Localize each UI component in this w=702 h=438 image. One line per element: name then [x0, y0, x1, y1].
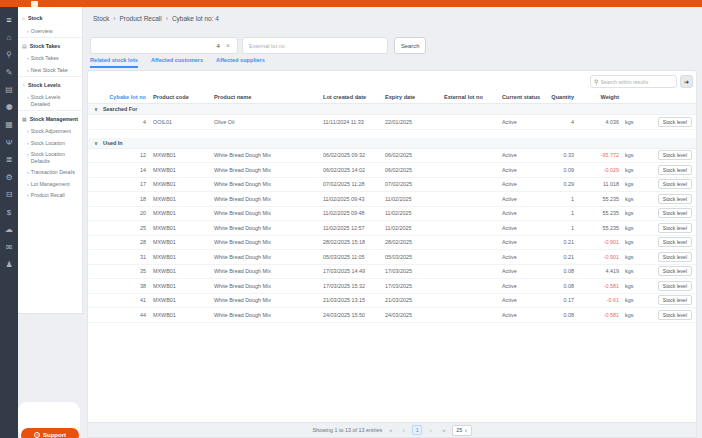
breadcrumb-item-stock[interactable]: Stock — [93, 15, 109, 22]
sidebar-section-stock-levels[interactable]: ◔Stock Levels — [18, 76, 82, 92]
cell-qty: 0.08 — [543, 268, 574, 274]
sidebar-item-stock-location-defaults[interactable]: ›Stock Location Defaults — [18, 149, 82, 167]
table-row: 28MXWB01White Bread Dough Mix28/02/2025 … — [88, 236, 696, 251]
sidebar-item-stock-takes[interactable]: ›Stock Takes — [18, 53, 82, 65]
chevron-down-icon[interactable]: ∨ — [88, 106, 98, 112]
sidebar-item-product-recall[interactable]: ›Product Recall — [18, 190, 82, 202]
last-page-button[interactable]: » — [439, 426, 448, 435]
cell-unit: kgs — [619, 210, 644, 216]
clear-icon[interactable]: × — [226, 42, 230, 49]
stock-level-button[interactable]: Stock level — [658, 252, 692, 262]
first-page-button[interactable]: « — [386, 426, 395, 435]
cell-lot: 12 — [88, 152, 149, 158]
sidebar-item-label: Stock Location Defaults — [31, 151, 80, 164]
cell-qty: 0.09 — [543, 167, 574, 173]
lot-number-input[interactable]: 4 × — [90, 37, 238, 54]
search-icon[interactable]: ⚲ — [0, 46, 18, 64]
sidebar-section-stock-takes[interactable]: ▤Stock Takes — [18, 37, 82, 53]
printer-icon[interactable]: ⊟ — [0, 186, 18, 204]
stock-level-button[interactable]: Stock level — [658, 165, 692, 175]
cell-lot: 28 — [88, 239, 149, 245]
chevron-down-icon[interactable]: ∨ — [88, 140, 98, 146]
cell-code: MXWB01 — [149, 210, 214, 216]
production-icon[interactable]: ▦ — [0, 116, 18, 134]
prev-page-button[interactable]: ‹ — [399, 426, 408, 435]
cell-code: MXWB01 — [149, 312, 214, 318]
search-button[interactable]: Search — [394, 37, 426, 54]
cell-unit: kgs — [619, 297, 644, 303]
help-icon: ? — [34, 432, 40, 438]
cell-weight: 55.235 — [574, 210, 619, 216]
settings-icon[interactable]: ⚙ — [0, 169, 18, 187]
column-header-cybake-lot-no[interactable]: Cybake lot no — [88, 94, 149, 100]
chevron-right-icon: › — [27, 28, 29, 35]
cell-unit: kgs — [619, 225, 644, 231]
tab-related-stock-lots[interactable]: Related stock lots — [90, 57, 138, 68]
menu-icon[interactable]: ≡ — [0, 11, 18, 29]
orders-icon[interactable]: ▤ — [0, 81, 18, 99]
breadcrumb-item-cybake-lot-no-4[interactable]: Cybake lot no: 4 — [172, 15, 219, 22]
breadcrumb-item-product-recall[interactable]: Product Recall — [119, 15, 161, 22]
cell-actions: Stock level — [644, 179, 696, 189]
cell-weight: 4.419 — [574, 268, 619, 274]
stock-level-button[interactable]: Stock level — [658, 208, 692, 218]
stock-level-button[interactable]: Stock level — [658, 150, 692, 160]
mail-icon[interactable]: ✉ — [0, 239, 18, 257]
sidebar-item-lot-management[interactable]: ›Lot Management — [18, 178, 82, 190]
cell-code: MXWB01 — [149, 181, 214, 187]
sidebar-section-label: Stock Management — [30, 116, 78, 122]
pagination-bar: Showing 1 to 13 of 13 entries « ‹ 1 › » … — [88, 422, 696, 437]
sidebar-section-stock-management[interactable]: ▦Stock Management — [18, 110, 82, 126]
sidebar-item-transaction-details[interactable]: ›Transaction Details — [18, 167, 82, 179]
account-icon[interactable]: ♟ — [0, 256, 18, 274]
pagination-summary: Showing 1 to 13 of 13 entries — [312, 427, 382, 433]
search-within-input[interactable] — [600, 79, 670, 85]
export-button[interactable]: ➜ — [680, 75, 693, 88]
page-size-select[interactable]: 25 ∨ — [452, 425, 471, 436]
cloud-icon[interactable]: ☁ — [0, 221, 18, 239]
support-button[interactable]: ? Support — [21, 428, 79, 438]
stock-level-button[interactable]: Stock level — [658, 310, 692, 320]
sidebar-section-stock[interactable]: ⌂Stock — [18, 10, 82, 25]
stock-level-button[interactable]: Stock level — [658, 295, 692, 305]
stock-level-button[interactable]: Stock level — [658, 266, 692, 276]
cell-created: 06/02/2025 14:02 — [323, 167, 385, 173]
sidebar-item-overview[interactable]: ›Overview — [18, 25, 82, 37]
page-1-button[interactable]: 1 — [412, 425, 422, 435]
tab-affected-suppliers[interactable]: Affected suppliers — [216, 57, 265, 68]
stock-level-button[interactable]: Stock level — [658, 223, 692, 233]
stock-level-button[interactable]: Stock level — [658, 117, 692, 127]
reports-icon[interactable]: ≣ — [0, 151, 18, 169]
external-lot-input[interactable] — [242, 37, 388, 54]
sidebar-item-stock-location[interactable]: ›Stock Location — [18, 137, 82, 149]
next-page-button[interactable]: › — [426, 426, 435, 435]
cell-created: 28/02/2025 15:18 — [323, 239, 385, 245]
sidebar-section-label: Stock — [28, 15, 42, 21]
tab-affected-customers[interactable]: Affected customers — [151, 57, 203, 68]
column-header-external-lot-no: External lot no — [444, 94, 502, 100]
cell-code: MXWB01 — [149, 167, 214, 173]
cell-unit: kgs — [619, 196, 644, 202]
column-header-lot-created-date: Lot created date — [323, 94, 385, 100]
cell-lot: 18 — [88, 196, 149, 202]
cell-name: White Bread Dough Mix — [214, 181, 323, 187]
sidebar-section-label: Stock Levels — [28, 82, 60, 88]
page-size-value: 25 — [456, 427, 462, 433]
home-icon[interactable]: ⌂ — [0, 29, 18, 47]
stock-level-button[interactable]: Stock level — [658, 179, 692, 189]
customers-icon[interactable]: ⚉ — [0, 99, 18, 117]
catering-icon[interactable]: Ψ — [0, 134, 18, 152]
stock-level-button[interactable]: Stock level — [658, 281, 692, 291]
cell-expiry: 11/02/2025 — [385, 225, 444, 231]
chevron-right-icon: › — [27, 94, 29, 101]
stock-level-button[interactable]: Stock level — [658, 237, 692, 247]
cell-expiry: 11/02/2025 — [385, 210, 444, 216]
search-within-results[interactable]: ⚲ — [590, 75, 677, 88]
cash-icon[interactable]: $ — [0, 204, 18, 222]
group-label: Used In — [103, 140, 122, 146]
edit-icon[interactable]: ✎ — [0, 64, 18, 82]
stock-level-button[interactable]: Stock level — [658, 194, 692, 204]
sidebar-item-stock-levels-detailed[interactable]: ›Stock Levels Detailed — [18, 92, 82, 110]
sidebar-item-stock-adjustment[interactable]: ›Stock Adjustment — [18, 126, 82, 138]
sidebar-item-new-stock-take[interactable]: ›New Stock Take — [18, 64, 82, 76]
